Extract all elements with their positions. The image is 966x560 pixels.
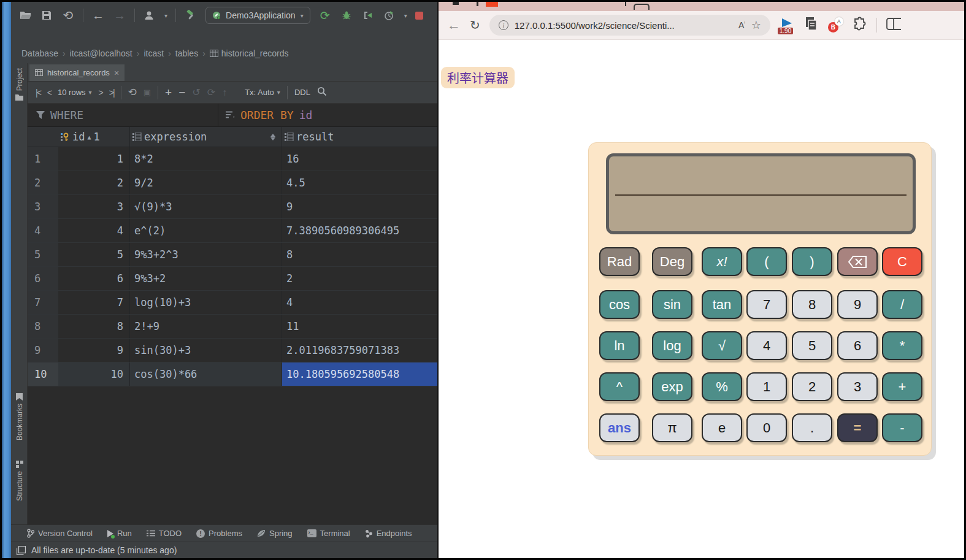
calc-btn-cos[interactable]: cos: [599, 290, 640, 319]
favorite-star-icon[interactable]: ☆: [751, 18, 761, 32]
calc-btn-exp[interactable]: exp: [652, 372, 692, 401]
calc-btn-eight[interactable]: 8: [792, 290, 832, 319]
cell-result[interactable]: 11: [282, 315, 437, 338]
calc-btn-log[interactable]: log: [652, 331, 692, 360]
cell-id[interactable]: 4: [58, 219, 129, 242]
split-screen-icon[interactable]: [886, 17, 901, 33]
collections-icon[interactable]: [805, 17, 818, 34]
where-filter-input[interactable]: WHERE: [28, 109, 218, 121]
cell-result[interactable]: 9: [282, 195, 437, 218]
tab-historical-records[interactable]: historical_records ×: [29, 64, 125, 81]
cell-expression[interactable]: 8*2: [129, 147, 282, 171]
site-info-icon[interactable]: i: [499, 20, 508, 30]
calc-btn-seven[interactable]: 7: [746, 290, 787, 319]
cell-result[interactable]: 8: [282, 243, 437, 266]
column-header-expression[interactable]: expression: [129, 127, 282, 147]
table-row[interactable]: 44e^(2)7.3890560989306495: [28, 219, 437, 243]
sidebar-item-bookmarks[interactable]: Bookmarks: [11, 393, 28, 440]
sidebar-item-project[interactable]: Project: [11, 68, 28, 101]
cell-id[interactable]: 9: [58, 339, 129, 362]
back-arrow-icon[interactable]: ←: [91, 9, 105, 22]
row-number[interactable]: 5: [28, 243, 58, 266]
calc-btn-sin[interactable]: sin: [652, 290, 692, 319]
sync-icon[interactable]: ⟲: [61, 9, 75, 22]
calc-btn-four[interactable]: 4: [746, 331, 787, 360]
tx-mode-selector[interactable]: Tx: Auto▾: [245, 88, 280, 97]
cell-result[interactable]: 10.180595692580548: [282, 362, 437, 386]
calc-btn-five[interactable]: 5: [792, 331, 832, 360]
tool-endpoints[interactable]: Endpoints: [365, 529, 412, 538]
cell-expression[interactable]: sin(30)+3: [129, 339, 282, 362]
table-row[interactable]: 229/24.5: [28, 171, 437, 195]
user-dropdown-caret[interactable]: ▾: [164, 12, 167, 19]
cell-id[interactable]: 8: [58, 315, 129, 338]
calc-btn-ans[interactable]: ans: [599, 413, 640, 442]
profiler-icon[interactable]: [383, 9, 396, 22]
forward-arrow-icon[interactable]: →: [113, 9, 126, 22]
cell-id[interactable]: 3: [58, 195, 129, 218]
calc-btn-equals[interactable]: =: [837, 413, 878, 442]
breadcrumb-schema[interactable]: itcast: [144, 48, 164, 58]
calc-btn-tan[interactable]: tan: [702, 290, 742, 319]
cell-id[interactable]: 10: [58, 362, 129, 386]
stop-button[interactable]: [415, 12, 423, 20]
row-number[interactable]: 6: [28, 267, 58, 290]
last-page-icon[interactable]: >|: [109, 88, 114, 98]
calc-btn-close-paren[interactable]: ): [792, 247, 832, 276]
delete-row-icon[interactable]: −: [178, 86, 185, 99]
cell-id[interactable]: 6: [58, 267, 129, 290]
breadcrumb-database[interactable]: Database: [21, 48, 58, 58]
tool-spring[interactable]: Spring: [257, 529, 293, 538]
row-number[interactable]: 10: [28, 362, 58, 386]
submit-icon[interactable]: ↑: [222, 87, 227, 98]
cell-expression[interactable]: log(10)+3: [129, 291, 282, 314]
calc-btn-dot[interactable]: .: [792, 413, 832, 442]
add-row-icon[interactable]: +: [165, 86, 172, 99]
cell-expression[interactable]: 9/2: [129, 171, 282, 194]
interest-rate-calculator-link[interactable]: 利率计算器: [441, 67, 515, 88]
read-aloud-icon[interactable]: Aᵎ: [738, 20, 745, 30]
cell-result[interactable]: 7.3890560989306495: [282, 219, 437, 242]
calc-btn-ln[interactable]: ln: [599, 331, 640, 360]
calc-btn-percent[interactable]: %: [702, 372, 742, 401]
table-row[interactable]: 1010cos(30)*6610.180595692580548: [28, 362, 437, 386]
browser-back-icon[interactable]: ←: [447, 18, 461, 32]
calc-btn-minus[interactable]: -: [882, 413, 922, 442]
calc-btn-zero[interactable]: 0: [746, 413, 787, 442]
cell-expression[interactable]: 9%3+2: [129, 267, 282, 290]
run-with-coverage-icon[interactable]: [361, 9, 375, 22]
table-row[interactable]: 882!+911: [28, 315, 437, 339]
reload-data-icon[interactable]: ⟲: [128, 86, 137, 99]
row-number[interactable]: 4: [28, 219, 58, 242]
calc-btn-pi[interactable]: π: [652, 413, 692, 442]
table-row[interactable]: 669%3+22: [28, 267, 437, 291]
calc-btn-backspace[interactable]: [837, 247, 878, 276]
row-number[interactable]: 1: [28, 147, 58, 171]
cell-result[interactable]: 4: [282, 291, 437, 314]
cell-expression[interactable]: cos(30)*66: [129, 362, 282, 386]
tool-version-control[interactable]: Version Control: [27, 529, 93, 538]
cell-expression[interactable]: √(9)*3: [129, 195, 282, 218]
cell-result[interactable]: 2: [282, 267, 437, 290]
calc-btn-one[interactable]: 1: [746, 372, 787, 401]
red-extension-icon[interactable]: B A: [827, 17, 843, 33]
calc-btn-power[interactable]: ^: [599, 372, 640, 401]
row-number[interactable]: 9: [28, 339, 58, 362]
build-hammer-icon[interactable]: [184, 9, 197, 22]
tool-run[interactable]: Run: [107, 529, 132, 538]
previous-page-icon[interactable]: <: [47, 88, 51, 98]
save-icon[interactable]: [40, 9, 53, 22]
flag-extension-icon[interactable]: 1.90: [780, 17, 795, 33]
cell-expression[interactable]: e^(2): [129, 219, 282, 242]
tab-close-icon[interactable]: ×: [114, 69, 119, 77]
order-by-input[interactable]: ORDER BY id: [218, 109, 312, 121]
row-number[interactable]: 2: [28, 171, 58, 194]
sidebar-item-structure[interactable]: Structure: [11, 461, 28, 501]
calc-btn-factorial[interactable]: x!: [702, 247, 742, 276]
row-number[interactable]: 8: [28, 315, 58, 338]
row-number[interactable]: 3: [28, 195, 58, 218]
calc-btn-sqrt[interactable]: √: [702, 331, 742, 360]
calc-btn-plus[interactable]: +: [882, 372, 922, 401]
table-row[interactable]: 77log(10)+34: [28, 291, 437, 315]
browser-refresh-icon[interactable]: ↻: [470, 19, 480, 31]
